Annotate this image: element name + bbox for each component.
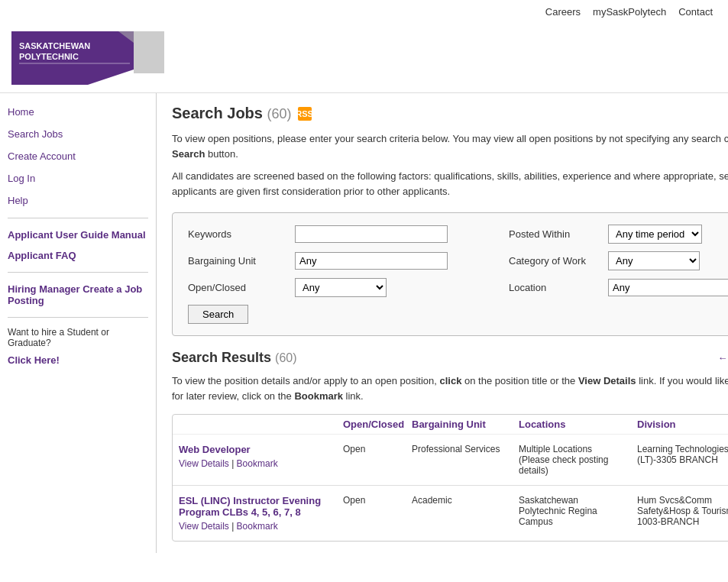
page-title-area: Search Jobs (60) RSS xyxy=(172,105,728,122)
job-1-title-cell: Web Developer View Details | Bookmark xyxy=(173,441,337,479)
svg-text:POLYTECHNIC: POLYTECHNIC xyxy=(19,52,79,61)
job-1-locations: Multiple Locations (Please check posting… xyxy=(513,441,631,479)
careers-link[interactable]: Careers xyxy=(545,6,581,18)
logo-area: SASKATCHEWAN POLYTECHNIC xyxy=(8,24,728,92)
contact-link[interactable]: Contact xyxy=(678,6,713,18)
intro-text-1: To view open positions, please enter you… xyxy=(172,131,728,161)
results-table: Open/Closed Bargaining Unit Locations Di… xyxy=(172,414,728,542)
job-count: (60) xyxy=(267,106,292,121)
open-closed-select[interactable]: Any Open Closed xyxy=(295,278,387,297)
results-header: Search Results (60) ← Previous 1 2 Next … xyxy=(172,350,728,366)
header: SASKATCHEWAN POLYTECHNIC xyxy=(0,24,728,93)
job-2-title-link[interactable]: ESL (LINC) Instructor Evening Program CL… xyxy=(179,495,321,518)
job-2-division: Hum Svcs&Comm Safety&Hosp & Tourism-1003… xyxy=(631,492,728,535)
job-2-view-details-link[interactable]: View Details xyxy=(179,521,229,532)
top-navigation: Careers mySaskPolytech Contact xyxy=(0,0,728,24)
sidebar-item-log-in[interactable]: Log In xyxy=(0,167,156,189)
search-btn-row: Search xyxy=(188,305,728,324)
search-button[interactable]: Search xyxy=(188,305,248,324)
rss-icon[interactable]: RSS xyxy=(298,107,312,121)
job-1-view-details-link[interactable]: View Details xyxy=(179,458,229,469)
location-input[interactable] xyxy=(608,279,728,296)
col-header-open-closed: Open/Closed xyxy=(337,415,406,434)
results-title: Search Results (60) xyxy=(172,350,297,366)
job-2-status: Open xyxy=(337,492,406,535)
keywords-pair: Keywords xyxy=(188,225,501,243)
category-of-work-pair: Category of Work Any xyxy=(509,251,728,270)
col-header-locations: Locations xyxy=(513,415,631,434)
pagination: ← Previous 1 2 Next → xyxy=(717,352,728,364)
keywords-input[interactable] xyxy=(295,225,448,243)
open-closed-label: Open/Closed xyxy=(188,282,287,293)
sidebar-divider-1 xyxy=(8,218,148,218)
svg-text:SASKATCHEWAN: SASKATCHEWAN xyxy=(19,41,90,50)
mysaskpolytech-link[interactable]: mySaskPolytech xyxy=(593,6,666,18)
click-here-link[interactable]: Click Here! xyxy=(0,351,156,369)
job-1-actions: View Details | Bookmark xyxy=(179,458,331,469)
page-layout: Home Search Jobs Create Account Log In H… xyxy=(0,93,728,553)
form-row-1: Keywords Posted Within Any time period L… xyxy=(188,225,728,244)
sidebar-item-applicant-faq[interactable]: Applicant FAQ xyxy=(0,245,156,266)
job-2-locations: Saskatchewan Polytechnic Regina Campus xyxy=(513,492,631,535)
keywords-label: Keywords xyxy=(188,228,287,240)
screening-text: All candidates are screened based on the… xyxy=(172,169,728,199)
category-of-work-select[interactable]: Any xyxy=(608,251,700,270)
table-row: Web Developer View Details | Bookmark Op… xyxy=(173,435,728,486)
sidebar-item-home[interactable]: Home xyxy=(0,101,156,123)
location-pair: Location xyxy=(509,279,728,296)
sidebar-item-applicant-guide[interactable]: Applicant User Guide Manual xyxy=(0,225,156,245)
posted-within-label: Posted Within xyxy=(509,228,600,240)
col-header-division: Division xyxy=(631,415,728,434)
search-form: Keywords Posted Within Any time period L… xyxy=(172,212,728,336)
open-closed-pair: Open/Closed Any Open Closed xyxy=(188,278,501,297)
category-of-work-label: Category of Work xyxy=(509,255,600,267)
sidebar-item-create-account[interactable]: Create Account xyxy=(0,145,156,167)
table-header-row: Open/Closed Bargaining Unit Locations Di… xyxy=(173,415,728,435)
col-header-title xyxy=(173,415,337,434)
sidebar-divider-3 xyxy=(8,317,148,318)
sidebar-item-help[interactable]: Help xyxy=(0,189,156,212)
results-intro: To view the position details and/or appl… xyxy=(172,373,728,403)
job-1-status: Open xyxy=(337,441,406,479)
hire-student-text: Want to hire a Student or Graduate? xyxy=(0,324,156,351)
bargaining-unit-input[interactable] xyxy=(295,252,448,270)
main-content: Search Jobs (60) RSS To view open positi… xyxy=(157,93,728,553)
job-1-bookmark-link[interactable]: Bookmark xyxy=(237,458,278,469)
job-1-title-link[interactable]: Web Developer xyxy=(179,444,251,455)
col-header-bargaining-unit: Bargaining Unit xyxy=(406,415,513,434)
job-2-bargaining-unit: Academic xyxy=(406,492,513,535)
job-2-title-cell: ESL (LINC) Instructor Evening Program CL… xyxy=(173,492,337,535)
posted-within-select[interactable]: Any time period Last 7 days Last 14 days… xyxy=(608,225,702,244)
job-2-actions: View Details | Bookmark xyxy=(179,521,331,532)
form-row-2: Bargaining Unit Category of Work Any xyxy=(188,251,728,270)
sidebar-item-hiring-manager[interactable]: Hiring Manager Create a Job Posting xyxy=(0,279,156,311)
results-count: (60) xyxy=(275,351,296,364)
location-label: Location xyxy=(509,282,600,293)
posted-within-pair: Posted Within Any time period Last 7 day… xyxy=(509,225,728,244)
job-1-bargaining-unit: Professional Services xyxy=(406,441,513,479)
sidebar-item-search-jobs[interactable]: Search Jobs xyxy=(0,123,156,145)
sidebar-divider-2 xyxy=(8,272,148,273)
bargaining-unit-pair: Bargaining Unit xyxy=(188,252,501,270)
job-2-bookmark-link[interactable]: Bookmark xyxy=(237,521,278,532)
table-row: ESL (LINC) Instructor Evening Program CL… xyxy=(173,486,728,541)
job-1-division: Learning Technologies (LT)-3305 BRANCH xyxy=(631,441,728,479)
page-title: Search Jobs (60) xyxy=(172,105,292,122)
prev-page-link[interactable]: ← Previous xyxy=(717,352,728,364)
sidebar: Home Search Jobs Create Account Log In H… xyxy=(0,93,157,553)
form-row-3: Open/Closed Any Open Closed Location xyxy=(188,278,728,297)
bargaining-unit-label: Bargaining Unit xyxy=(188,255,287,267)
logo-image: SASKATCHEWAN POLYTECHNIC xyxy=(11,27,164,89)
